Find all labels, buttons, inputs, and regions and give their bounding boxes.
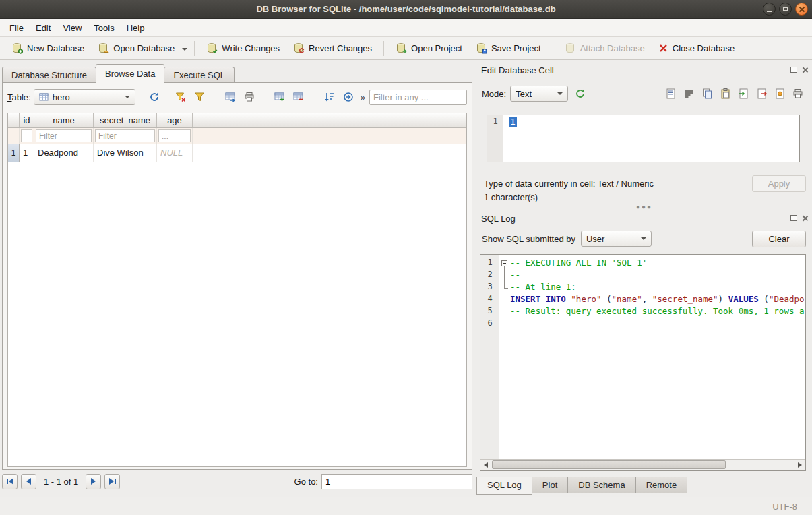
title-bar[interactable]: DB Browser for SQLite - /home/user/code/… (0, 0, 812, 19)
menu-item-help[interactable]: Help (121, 20, 151, 36)
column-header-secret-name[interactable]: secret_name (94, 113, 157, 127)
export-cell-button[interactable] (753, 86, 770, 101)
column-header-age[interactable]: age (157, 113, 193, 127)
fold-marker[interactable] (499, 258, 510, 270)
menu-item-edit[interactable]: Edit (30, 20, 57, 36)
maximize-icon[interactable] (779, 3, 792, 16)
submitted-by-select[interactable]: User (581, 231, 652, 247)
row-number-cell[interactable]: 1 (8, 144, 20, 162)
filter-input-secret-name[interactable] (95, 129, 155, 142)
close-icon[interactable] (795, 3, 808, 16)
sort-button[interactable] (321, 90, 338, 104)
edit-cell-icons (662, 86, 806, 101)
dock-tab-remote[interactable]: Remote (635, 477, 688, 493)
main-tabs: Database StructureBrowse DataExecute SQL (2, 63, 234, 83)
scrollbar-thumb[interactable] (492, 460, 726, 469)
clear-log-button[interactable]: Clear (752, 231, 806, 247)
cell-name[interactable]: Deadpond (34, 144, 94, 162)
copy-cell-button[interactable] (699, 86, 715, 101)
prev-page-icon (26, 478, 31, 485)
tab-execute-sql[interactable]: Execute SQL (164, 67, 235, 83)
new-record-button[interactable] (272, 90, 288, 104)
menu-item-view[interactable]: View (57, 20, 88, 36)
print-button[interactable] (241, 90, 257, 104)
column-header-name[interactable]: name (34, 113, 94, 127)
open-project-icon (396, 42, 407, 54)
scroll-left-icon[interactable] (480, 460, 491, 470)
import-cell-button[interactable] (735, 86, 751, 101)
fold-marker (499, 282, 510, 294)
table-icon (39, 92, 49, 102)
log-line: 4INSERT INTO "hero" ("name", "secret_nam… (480, 294, 805, 306)
cell-editor[interactable]: 1 1 (487, 115, 800, 162)
table-select-value: hero (53, 92, 118, 102)
word-wrap-button[interactable] (681, 86, 697, 101)
horizontal-scrollbar[interactable] (480, 459, 805, 470)
menu-item-file[interactable]: File (3, 20, 30, 36)
filter-input-name[interactable] (36, 129, 92, 142)
clear-filters-button[interactable] (173, 90, 189, 104)
first-page-button[interactable] (2, 474, 18, 489)
minimize-icon[interactable] (763, 3, 776, 16)
write-changes-button[interactable]: Write Changes (200, 39, 286, 57)
save-project-button[interactable]: Save Project (470, 39, 547, 57)
goto-cell-button[interactable] (340, 90, 356, 104)
save-results-button[interactable] (222, 90, 239, 104)
revert-changes-button[interactable]: Revert Changes (287, 39, 378, 57)
main-toolbar: New Database Open Database Write Changes… (0, 37, 812, 60)
scroll-right-icon[interactable] (794, 460, 805, 470)
refresh-button[interactable] (146, 90, 162, 104)
tab-database-structure[interactable]: Database Structure (2, 67, 96, 83)
table-select[interactable]: hero (34, 89, 135, 105)
data-grid[interactable]: idnamesecret_nameage 11DeadpondDive Wils… (7, 113, 467, 467)
goto-input[interactable] (321, 474, 472, 489)
auto-format-button[interactable] (572, 86, 588, 101)
tab-browse-data[interactable]: Browse Data (96, 64, 164, 84)
filter-options-button[interactable] (191, 90, 208, 104)
fold-end (504, 282, 505, 288)
close-database-button[interactable]: Close Database (652, 40, 741, 57)
filter-any-input[interactable] (369, 90, 467, 105)
close-dock-icon[interactable] (801, 67, 808, 73)
close-dock-icon[interactable] (801, 215, 808, 222)
filter-input-id[interactable] (21, 129, 32, 142)
write-changes-icon (206, 42, 218, 54)
column-header-id[interactable]: id (20, 113, 34, 127)
right-panel: Edit Database Cell Mode: Text (476, 60, 812, 497)
open-database-dropdown-icon[interactable] (182, 48, 187, 53)
print-cell-button[interactable] (790, 86, 806, 101)
cell-id[interactable]: 1 (20, 144, 34, 162)
float-dock-icon[interactable] (790, 215, 797, 221)
cell-age[interactable]: NULL (157, 144, 193, 162)
menu-item-tools[interactable]: Tools (88, 20, 120, 36)
cell-secret-name[interactable]: Dive Wilson (94, 144, 157, 162)
float-dock-icon[interactable] (790, 67, 797, 73)
table-label: Table: (7, 92, 31, 102)
show-sql-label: Show SQL submitted by (482, 234, 575, 244)
dock-tab-plot[interactable]: Plot (532, 477, 568, 493)
close-database-icon (658, 43, 668, 53)
dock-splitter-handle[interactable]: ●●● (476, 203, 812, 210)
paste-cell-button[interactable] (717, 86, 733, 101)
mode-select[interactable]: Text (510, 86, 568, 102)
align-lines-icon (684, 89, 694, 99)
log-line: 1-- EXECUTING ALL IN 'SQL 1' (480, 258, 805, 270)
dock-tab-sql-log[interactable]: SQL Log (476, 477, 532, 495)
open-project-button[interactable]: Open Project (389, 39, 468, 57)
next-page-button[interactable] (86, 474, 101, 489)
set-null-button[interactable] (772, 86, 788, 101)
encoding-label: UTF-8 (772, 502, 797, 512)
log-code-text (510, 318, 805, 330)
text-view-button[interactable] (662, 86, 679, 101)
prev-page-button[interactable] (21, 474, 36, 489)
toolbar-overflow-button[interactable]: » (359, 92, 367, 102)
new-database-button[interactable]: New Database (5, 39, 90, 57)
sql-log-editor[interactable]: 1-- EXECUTING ALL IN 'SQL 1'2--3-- At li… (480, 254, 806, 471)
dock-tab-db-schema[interactable]: DB Schema (567, 477, 635, 493)
last-page-button[interactable] (104, 474, 120, 489)
main-content: Database StructureBrowse DataExecute SQL… (0, 60, 812, 497)
attach-database-icon (565, 42, 576, 54)
filter-input-age[interactable] (158, 129, 191, 142)
delete-record-button[interactable] (290, 90, 307, 104)
open-database-button[interactable]: Open Database (92, 39, 181, 57)
